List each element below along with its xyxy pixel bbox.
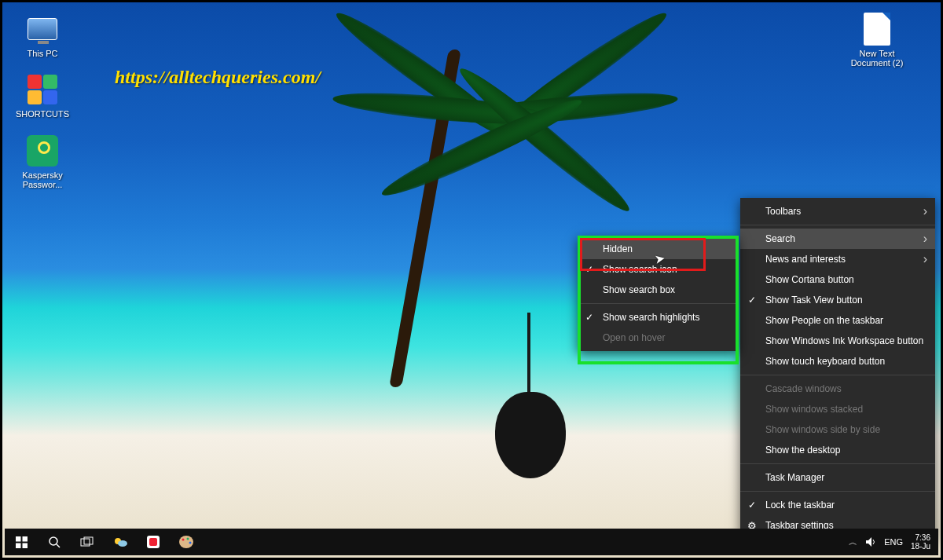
desktop[interactable]: https://alltechqueries.com/ This PC SHOR… [0,0,943,560]
submenu-show-search-icon[interactable]: Show search icon [578,259,739,280]
menu-label: Show Windows Ink Workspace button [765,335,923,346]
submenu-hidden[interactable]: Hidden [578,239,739,259]
icon-label: SHORTCUTS [13,109,72,119]
svg-point-9 [118,540,127,547]
watermark-url: https://alltechqueries.com/ [115,67,321,88]
menu-separator [740,375,935,375]
menu-label: Show Cortana button [765,274,854,285]
submenu-open-on-hover: Open on hover [578,328,739,348]
icon-label: Kaspersky Passwor... [13,170,72,189]
desktop-icon-shortcuts[interactable]: SHORTCUTS [13,73,72,119]
tray-chevron-up-icon[interactable]: ︿ [849,536,857,548]
menu-label: Show touch keyboard button [765,356,885,367]
svg-rect-6 [81,539,90,546]
taskview-button[interactable] [71,529,104,555]
tray-clock[interactable]: 7:36 18-Ju [911,533,930,551]
tray-volume-icon[interactable] [865,536,876,547]
svg-rect-11 [149,538,157,546]
menu-label: Show windows side by side [765,424,880,435]
menu-news-interests[interactable]: News and interests [740,249,935,269]
menu-label: Open on hover [603,332,665,343]
menu-cascade: Cascade windows [740,379,935,399]
menu-toolbars[interactable]: Toolbars [740,201,935,221]
weather-icon [112,536,128,548]
taskbar-app-1[interactable] [137,529,170,555]
menu-label: News and interests [765,254,846,265]
menu-cortana[interactable]: Show Cortana button [740,269,935,290]
icon-label: This PC [13,49,72,58]
key-icon [26,134,59,167]
system-tray: ︿ ENG 7:36 18-Ju [841,533,938,551]
desktop-icon-this-pc[interactable]: This PC [13,13,72,58]
wallpaper-chair [495,392,566,478]
taskview-icon [80,536,94,547]
menu-sidebyside: Show windows side by side [740,419,935,440]
svg-point-14 [187,538,189,540]
menu-touch-keyboard[interactable]: Show touch keyboard button [740,351,935,372]
menu-label: Hidden [603,243,633,254]
menu-label: Lock the taskbar [765,500,835,511]
menu-label: Cascade windows [765,383,842,394]
menu-label: Show search box [603,284,675,295]
menu-lock-taskbar[interactable]: Lock the taskbar [740,495,935,515]
svg-point-4 [50,537,57,545]
taskbar[interactable]: ︿ ENG 7:36 18-Ju [5,529,938,555]
app-icon [146,535,160,549]
menu-separator [740,463,935,464]
menu-taskview[interactable]: Show Task View button [740,290,935,310]
submenu-show-highlights[interactable]: Show search highlights [578,307,739,328]
desktop-icon-new-text-doc[interactable]: New Text Document (2) [844,13,910,68]
menu-stacked: Show windows stacked [740,399,935,419]
tray-time-text: 7:36 [911,533,930,542]
icon-label: New Text Document (2) [844,49,910,68]
start-button[interactable] [5,529,38,555]
menu-ink[interactable]: Show Windows Ink Workspace button [740,331,935,351]
taskbar-app-paint[interactable] [170,529,203,555]
taskbar-app-weather[interactable] [104,529,137,555]
search-button[interactable] [38,529,71,555]
menu-task-manager[interactable]: Task Manager [740,467,935,488]
wallpaper-palm-fronds [277,34,670,191]
menu-separator [740,491,935,492]
taskbar-context-menu: Toolbars Search News and interests Show … [740,198,935,539]
menu-label: Toolbars [765,206,801,217]
svg-rect-1 [22,536,28,542]
menu-search[interactable]: Search [740,229,935,249]
svg-point-15 [189,542,192,544]
submenu-show-search-box[interactable]: Show search box [578,280,739,300]
search-icon [48,536,61,548]
windows-icon [16,536,28,548]
menu-label: Task Manager [765,472,824,483]
svg-rect-2 [16,543,21,548]
menu-label: Show Task View button [765,295,863,306]
monitor-icon [26,13,59,46]
menu-label: Search [765,233,795,244]
menu-label: Show the desktop [765,445,840,456]
menu-label: Show windows stacked [765,404,863,415]
svg-rect-7 [84,537,93,544]
folder-icon [26,73,59,106]
svg-marker-16 [866,537,871,547]
menu-separator [578,303,739,304]
wallpaper-rope [527,313,530,394]
menu-show-desktop[interactable]: Show the desktop [740,440,935,460]
tray-date-text: 18-Ju [911,542,930,551]
menu-label: Show search highlights [603,312,699,323]
menu-label: Show People on the taskbar [765,315,883,326]
search-submenu: Hidden Show search icon Show search box … [578,236,739,351]
palette-icon [178,535,194,549]
svg-rect-3 [22,543,28,548]
svg-line-5 [57,544,60,547]
menu-separator [740,225,935,225]
menu-people[interactable]: Show People on the taskbar [740,310,935,331]
tray-language[interactable]: ENG [884,537,903,547]
document-icon [860,13,893,46]
menu-label: Show search icon [603,264,677,275]
svg-point-12 [179,536,193,548]
desktop-icon-kaspersky[interactable]: Kaspersky Passwor... [13,134,72,189]
svg-rect-0 [16,536,21,542]
svg-point-13 [182,539,185,541]
